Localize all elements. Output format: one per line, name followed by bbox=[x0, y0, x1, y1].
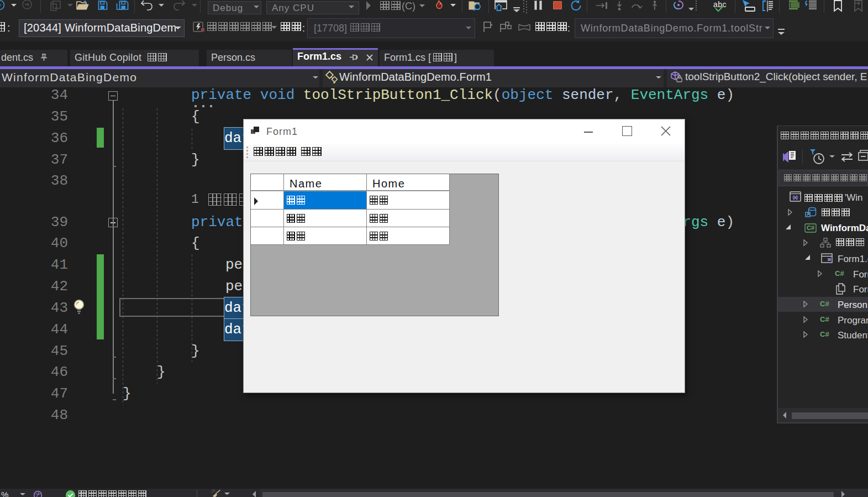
svg-text:C#: C# bbox=[807, 224, 814, 231]
